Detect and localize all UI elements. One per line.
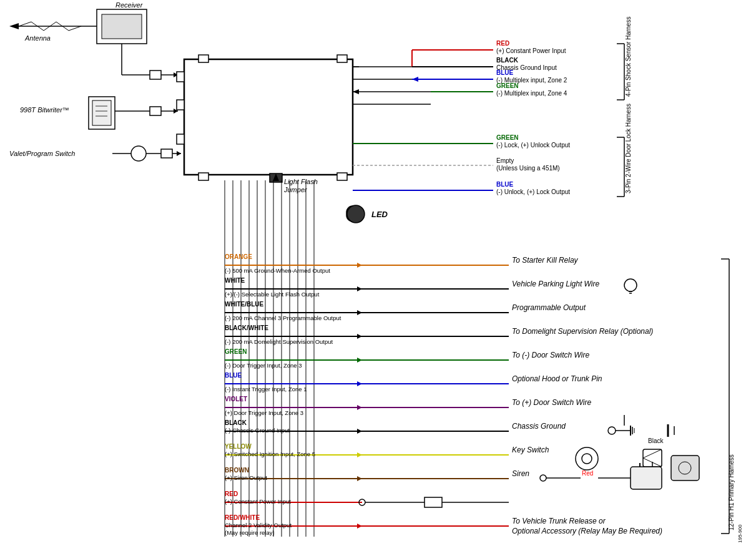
svg-rect-27 [161, 149, 172, 158]
black-label: Black [648, 437, 664, 444]
wire-blue-top-label: BLUE [496, 69, 514, 76]
wire-white-dest: Vehicle Parking Light Wire [512, 280, 600, 288]
wire-white-desc: (+)/(-) Selectable Light Flash Output [225, 291, 320, 298]
wire-blue-instant-label: BLUE [225, 372, 242, 379]
wire-white-label: WHITE [225, 277, 245, 284]
svg-point-61 [347, 205, 365, 223]
wire-redwhite-dest: To Vehicle Trunk Release or [512, 517, 606, 525]
wire-red-top-label: RED [496, 40, 509, 47]
svg-rect-36 [177, 100, 184, 110]
wire-green-door-desc: (-) Door Trigger Input, Zone 3 [225, 362, 302, 369]
light-flash-jumper-label2: Jumper [283, 186, 308, 193]
wire-orange-desc: (-) 500 mA Ground-When-Armed Output [225, 267, 330, 274]
wire-blue-lock-desc: (-) Unlock, (+) Lock Output [496, 188, 570, 195]
door-lock-harness-label: 3-Pin 2-Wire Door Lock Harness [625, 104, 632, 193]
svg-rect-32 [337, 55, 347, 62]
red-label: Red [582, 470, 593, 477]
wire-green-top-desc: (-) Multiplex input, Zone 4 [496, 90, 567, 97]
wire-orange-label: ORANGE [225, 253, 252, 260]
wire-black-chassis-label: BLACK [225, 419, 247, 426]
wire-orange-dest: To Starter Kill Relay [512, 256, 579, 265]
wire-redwhite-label: RED/WHITE [225, 514, 260, 521]
wire-whiteblue-desc: (-) 200 mA Channel 3 Programmable Output [225, 315, 341, 321]
wire-yellow-dest: Key Switch [512, 446, 549, 454]
receiver-label: Receiver [115, 1, 144, 9]
svg-rect-35 [177, 72, 184, 82]
antenna-label: Antenna [24, 34, 51, 42]
wire-black-top-label: BLACK [496, 57, 519, 64]
svg-rect-2 [102, 14, 142, 39]
wire-brown-desc: (+) Siren Output [225, 474, 267, 481]
wire-violet-label: VIOLET [225, 396, 247, 402]
svg-point-24 [131, 146, 146, 161]
wire-violet-desc: (+) Door Trigger Input, Zone 3 [225, 409, 303, 416]
wire-green-door-label: GREEN [225, 348, 247, 355]
svg-rect-16 [92, 100, 111, 125]
svg-rect-128 [671, 456, 699, 480]
wire-violet-dest: To (+) Door Switch Wire [512, 398, 591, 407]
wire-whiteblue-label: WHITE/BLUE [225, 301, 264, 308]
svg-rect-30 [184, 59, 353, 175]
wire-blackwhite-desc: (-) 200 mA Domelight Supervision Output [225, 338, 333, 345]
primary-harness-label: 12-Pin H1 Primary Harness [728, 454, 735, 530]
wire-whiteblue-dest: Programmable Output [512, 303, 586, 312]
bitwriter-label: 998T Bitwriter™ [20, 106, 69, 114]
svg-rect-125 [631, 467, 662, 489]
svg-rect-12 [150, 71, 161, 79]
wire-blackwhite-dest: To Domelight Supervision Relay (Optional… [512, 327, 653, 336]
wire-brown-dest: Siren [512, 469, 529, 478]
wire-blue-instant-dest: Optional Hood or Trunk Pin [512, 374, 602, 383]
wire-yellow-label: YELLOW [225, 443, 252, 450]
light-flash-jumper-label: Light Flash [284, 178, 318, 185]
svg-rect-34 [337, 173, 347, 180]
wire-redwhite-desc2: (May require relay) [225, 529, 275, 536]
svg-rect-37 [177, 134, 184, 144]
wire-blue-instant-desc: (-) Instant Trigger Input, Zone 1 [225, 386, 307, 393]
wire-green-lock-desc: (-) Lock, (+) Unlock Output [496, 142, 570, 149]
wire-red-primary-desc: (+) Constant Power Input [225, 498, 291, 505]
svg-rect-21 [150, 107, 161, 115]
wire-redwhite-dest2: Optional Accessory (Relay May Be Require… [512, 527, 662, 535]
wire-green-top-label: GREEN [496, 82, 519, 89]
wire-redwhite-desc: Channel 2 Validity Output [225, 522, 292, 529]
led-label: LED [371, 210, 388, 219]
wire-black-chassis-dest: Chassis Ground [512, 422, 566, 431]
wire-red-primary-label: RED [225, 490, 238, 497]
wire-red-top-desc: (+) Constant Power Input [496, 47, 566, 54]
wire-black-chassis-desc: (-) Chassis Ground Input [225, 427, 290, 434]
svg-rect-133 [425, 497, 442, 507]
wire-blue-lock-label: BLUE [496, 181, 514, 188]
wire-green-door-dest: To (-) Door Switch Wire [512, 351, 589, 359]
wire-yellow-desc: (+) Switched Ignition Input, Zone 5 [225, 451, 315, 457]
svg-rect-33 [199, 173, 209, 180]
valet-switch-label: Valet/Program Switch [9, 150, 75, 157]
wire-empty-desc: (Unless Using a 451M) [496, 165, 560, 172]
wiring-diagram: Receiver Antenna 998T Bitwriter™ Valet/P… [0, 0, 756, 556]
svg-rect-31 [199, 55, 209, 62]
shock-sensor-harness-label: 4-Pin Shock Sensor Harness [625, 17, 632, 97]
wire-brown-label: BROWN [225, 467, 249, 474]
wire-blackwhite-label: BLACK/WHITE [225, 324, 268, 331]
part-number: 195-900 [737, 524, 743, 543]
wire-empty-label: Empty [496, 157, 514, 164]
wire-green-lock-label: GREEN [496, 134, 519, 141]
